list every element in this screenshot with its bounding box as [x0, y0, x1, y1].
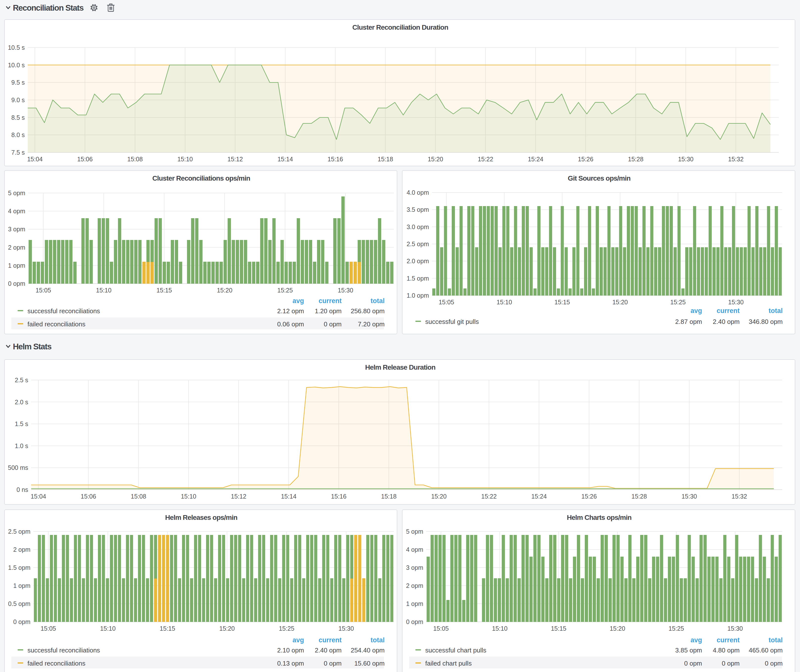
- svg-text:current: current: [318, 297, 342, 305]
- svg-text:15:12: 15:12: [231, 493, 246, 500]
- svg-text:15:22: 15:22: [481, 493, 497, 500]
- svg-text:8.0 s: 8.0 s: [11, 131, 25, 138]
- svg-text:4.80 opm: 4.80 opm: [713, 646, 740, 654]
- svg-text:15:30: 15:30: [678, 156, 694, 163]
- svg-text:0.13 opm: 0.13 opm: [277, 660, 304, 667]
- svg-text:Cluster Reconciliation Duratio: Cluster Reconciliation Duration: [352, 24, 448, 31]
- svg-text:15:16: 15:16: [328, 156, 343, 163]
- svg-text:15:05: 15:05: [438, 299, 454, 306]
- svg-text:2 opm: 2 opm: [406, 582, 423, 589]
- svg-text:5 opm: 5 opm: [406, 528, 423, 535]
- svg-text:2.5 opm: 2.5 opm: [8, 528, 30, 535]
- svg-text:total: total: [371, 636, 385, 644]
- svg-text:15:05: 15:05: [36, 287, 51, 294]
- svg-text:15:12: 15:12: [227, 156, 243, 163]
- svg-text:15:10: 15:10: [178, 156, 193, 163]
- svg-text:15:10: 15:10: [492, 625, 507, 632]
- svg-text:15:28: 15:28: [628, 156, 644, 163]
- svg-text:Reconciliation Stats: Reconciliation Stats: [13, 3, 83, 12]
- svg-text:Cluster Reconciliations ops/mi: Cluster Reconciliations ops/min: [152, 174, 250, 182]
- svg-text:7.20 opm: 7.20 opm: [358, 320, 385, 328]
- svg-text:15:10: 15:10: [496, 299, 512, 306]
- svg-text:0 ns: 0 ns: [17, 486, 28, 493]
- svg-text:2.10 opm: 2.10 opm: [277, 646, 304, 654]
- svg-text:0 opm: 0 opm: [765, 660, 783, 667]
- svg-text:15:06: 15:06: [77, 156, 93, 163]
- svg-text:avg: avg: [690, 307, 702, 314]
- svg-text:465.60 opm: 465.60 opm: [749, 646, 783, 654]
- svg-text:2.5 opm: 2.5 opm: [407, 240, 429, 247]
- svg-text:15:15: 15:15: [554, 299, 570, 306]
- svg-text:15:04: 15:04: [31, 493, 46, 500]
- svg-text:15:28: 15:28: [632, 493, 647, 500]
- svg-text:avg: avg: [690, 636, 702, 644]
- svg-text:0 opm: 0 opm: [722, 660, 740, 667]
- svg-text:avg: avg: [293, 636, 304, 644]
- svg-text:4 opm: 4 opm: [8, 208, 25, 214]
- svg-text:1 opm: 1 opm: [13, 582, 30, 589]
- svg-text:15:05: 15:05: [433, 625, 449, 632]
- svg-text:successful reconciliations: successful reconciliations: [27, 307, 100, 315]
- svg-text:15:10: 15:10: [96, 287, 112, 294]
- svg-text:15:16: 15:16: [331, 493, 347, 500]
- svg-text:0.5 opm: 0.5 opm: [8, 600, 30, 607]
- svg-text:15:30: 15:30: [682, 493, 697, 500]
- svg-text:346.80 opm: 346.80 opm: [749, 318, 783, 325]
- svg-text:3.85 opm: 3.85 opm: [675, 646, 702, 654]
- svg-text:0 opm: 0 opm: [324, 660, 342, 667]
- svg-text:0 opm: 0 opm: [13, 618, 30, 625]
- svg-text:4.0 opm: 4.0 opm: [407, 189, 429, 196]
- svg-text:2.87 opm: 2.87 opm: [675, 318, 702, 325]
- svg-text:current: current: [318, 636, 342, 644]
- svg-text:2.40 opm: 2.40 opm: [713, 318, 740, 325]
- svg-text:15:26: 15:26: [578, 156, 594, 163]
- svg-text:1.0 opm: 1.0 opm: [407, 292, 429, 299]
- svg-text:Helm Stats: Helm Stats: [13, 342, 51, 351]
- svg-text:2.0 opm: 2.0 opm: [407, 258, 429, 264]
- svg-text:15:25: 15:25: [279, 625, 294, 632]
- svg-text:10.0 s: 10.0 s: [8, 62, 25, 69]
- svg-text:successful git pulls: successful git pulls: [425, 318, 479, 325]
- svg-text:15:20: 15:20: [219, 625, 235, 632]
- svg-text:9.0 s: 9.0 s: [11, 96, 25, 103]
- svg-text:1 opm: 1 opm: [406, 600, 423, 607]
- svg-text:15:06: 15:06: [81, 493, 96, 500]
- svg-text:Helm Release Duration: Helm Release Duration: [365, 363, 435, 371]
- svg-text:15:18: 15:18: [378, 156, 393, 163]
- svg-text:0.06 opm: 0.06 opm: [277, 320, 304, 328]
- svg-text:successful chart pulls: successful chart pulls: [425, 646, 486, 654]
- svg-text:failed reconciliations: failed reconciliations: [27, 660, 85, 667]
- svg-text:9.5 s: 9.5 s: [11, 79, 25, 86]
- svg-text:5 opm: 5 opm: [8, 190, 25, 197]
- svg-text:15:05: 15:05: [40, 625, 56, 632]
- svg-text:15:10: 15:10: [181, 493, 197, 500]
- svg-text:15:15: 15:15: [156, 287, 172, 294]
- svg-text:15:30: 15:30: [338, 625, 354, 632]
- svg-text:2.5 s: 2.5 s: [15, 377, 28, 384]
- svg-text:15:32: 15:32: [728, 156, 744, 163]
- svg-text:0 opm: 0 opm: [406, 618, 423, 625]
- svg-text:1.5 s: 1.5 s: [15, 420, 28, 427]
- svg-text:total: total: [371, 297, 385, 305]
- svg-text:15:30: 15:30: [728, 299, 744, 306]
- svg-text:2.12 opm: 2.12 opm: [277, 307, 304, 315]
- svg-text:2.0 s: 2.0 s: [15, 398, 28, 406]
- svg-text:1.5 opm: 1.5 opm: [407, 275, 429, 282]
- svg-text:1.0 s: 1.0 s: [15, 442, 28, 449]
- svg-text:failed chart pulls: failed chart pulls: [425, 660, 472, 667]
- svg-text:10.5 s: 10.5 s: [8, 44, 25, 51]
- svg-text:15.60 opm: 15.60 opm: [354, 660, 385, 667]
- svg-text:15:26: 15:26: [581, 493, 597, 500]
- svg-text:15:22: 15:22: [478, 156, 493, 163]
- svg-text:0 opm: 0 opm: [684, 660, 702, 667]
- svg-text:15:20: 15:20: [428, 156, 443, 163]
- svg-text:15:08: 15:08: [131, 493, 146, 500]
- svg-text:current: current: [717, 636, 740, 644]
- svg-text:254.40 opm: 254.40 opm: [351, 646, 385, 654]
- svg-text:15:14: 15:14: [281, 493, 297, 500]
- svg-text:15:24: 15:24: [528, 156, 544, 163]
- svg-text:3.5 opm: 3.5 opm: [407, 206, 429, 213]
- svg-text:avg: avg: [293, 297, 304, 305]
- svg-text:15:24: 15:24: [531, 493, 547, 500]
- svg-text:1 opm: 1 opm: [8, 262, 25, 269]
